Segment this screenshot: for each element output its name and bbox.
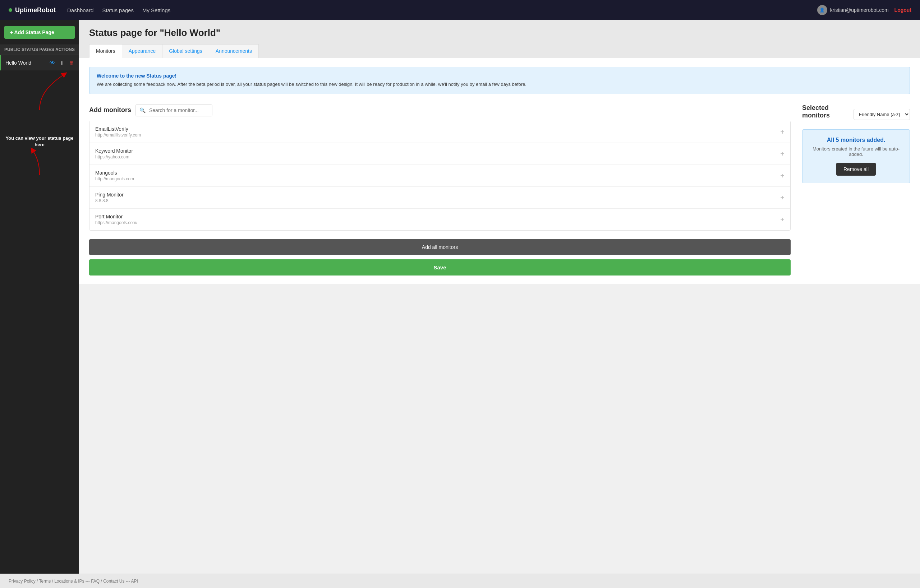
sidebar-item-hello-world: Hello World 👁 ⏸ 🗑 xyxy=(0,55,79,70)
annotation-text: You can view your status page here xyxy=(0,113,79,148)
monitor-info: Mangools http://mangools.com xyxy=(95,170,134,181)
remove-all-button[interactable]: Remove all xyxy=(836,163,876,176)
nav-status-pages[interactable]: Status pages xyxy=(102,7,134,13)
arrow-sidebar xyxy=(21,148,57,177)
add-all-monitors-button[interactable]: Add all monitors xyxy=(89,239,790,255)
search-icon: 🔍 xyxy=(136,107,149,113)
add-monitor-button-0[interactable]: + xyxy=(780,128,784,136)
add-monitor-button-1[interactable]: + xyxy=(780,150,784,157)
add-monitor-button-2[interactable]: + xyxy=(780,172,784,179)
topnav-right: 👤 kristian@uptimerobot.com Logout xyxy=(817,5,911,15)
selected-monitors-box: All 5 monitors added. Monitors created i… xyxy=(802,129,910,183)
footer-text: Privacy Policy / Terms / Locations & IPs… xyxy=(9,579,138,584)
topnav: UptimeRobot Dashboard Status pages My Se… xyxy=(0,0,920,20)
monitor-info: Ping Monitor 8.8.8.8 xyxy=(95,192,124,203)
add-status-page-button[interactable]: + Add Status Page xyxy=(4,26,75,39)
nav-dashboard[interactable]: Dashboard xyxy=(67,7,94,13)
monitor-item: Ping Monitor 8.8.8.8 + xyxy=(89,187,790,209)
user-info: 👤 kristian@uptimerobot.com xyxy=(817,5,889,15)
monitor-name: Keyword Monitor xyxy=(95,148,133,154)
delete-button[interactable]: 🗑 xyxy=(68,59,75,66)
selected-monitors-column: Selected monitors Friendly Name (a-z) Al… xyxy=(802,104,910,183)
all-added-title: All 5 monitors added. xyxy=(810,137,902,143)
add-monitor-button-4[interactable]: + xyxy=(780,216,784,223)
selected-monitors-header: Selected monitors Friendly Name (a-z) xyxy=(802,104,910,125)
tab-announcements[interactable]: Announcements xyxy=(209,44,259,58)
brand-name: UptimeRobot xyxy=(15,6,56,14)
bottom-actions: Add all monitors Save xyxy=(89,239,790,276)
user-email: kristian@uptimerobot.com xyxy=(830,7,889,13)
monitor-name: Ping Monitor xyxy=(95,192,124,197)
monitor-name: Mangools xyxy=(95,170,134,176)
monitor-list: EmailListVerify http://emaillistverify.c… xyxy=(89,121,790,231)
monitor-url: https://yahoo.com xyxy=(95,155,133,160)
tab-appearance[interactable]: Appearance xyxy=(122,44,163,58)
content-area: Welcome to the new Status page! We are c… xyxy=(79,58,920,284)
view-status-page-button[interactable]: 👁 xyxy=(49,59,56,67)
monitor-url: http://mangools.com xyxy=(95,176,134,181)
monitor-name: Port Monitor xyxy=(95,214,137,220)
tab-global-settings[interactable]: Global settings xyxy=(162,44,209,58)
page-title: Status page for "Hello World" xyxy=(89,27,910,39)
sidebar-section-label: Public Status Pages xyxy=(4,47,54,52)
selected-monitors-title: Selected monitors xyxy=(802,104,854,119)
monitors-layout: Add monitors 🔍 EmailListVerify http://em… xyxy=(89,104,910,276)
add-monitors-title: Add monitors xyxy=(89,106,131,114)
monitor-item: Keyword Monitor https://yahoo.com + xyxy=(89,143,790,165)
search-bar: 🔍 xyxy=(136,104,212,116)
monitor-item: EmailListVerify http://emaillistverify.c… xyxy=(89,121,790,143)
info-banner-title: Welcome to the new Status page! xyxy=(97,73,902,79)
info-banner: Welcome to the new Status page! We are c… xyxy=(89,67,910,94)
search-input[interactable] xyxy=(149,105,212,116)
brand-dot xyxy=(9,8,12,12)
tab-monitors[interactable]: Monitors xyxy=(89,44,122,58)
sidebar-item-name: Hello World xyxy=(5,60,31,66)
monitor-url: https://mangools.com/ xyxy=(95,220,137,225)
sidebar-actions-label: Actions xyxy=(55,47,75,52)
page-header: Status page for "Hello World" Monitors A… xyxy=(79,20,920,58)
sort-select[interactable]: Friendly Name (a-z) xyxy=(854,109,910,120)
sidebar-item-actions: 👁 ⏸ 🗑 xyxy=(49,59,75,67)
info-banner-text: We are collecting some feedback now. Aft… xyxy=(97,81,902,88)
tabs: Monitors Appearance Global settings Anno… xyxy=(89,44,910,58)
all-added-subtitle: Monitors created in the future will be a… xyxy=(810,146,902,157)
nav-my-settings[interactable]: My Settings xyxy=(142,7,170,13)
add-monitor-button-3[interactable]: + xyxy=(780,194,784,201)
monitor-info: Keyword Monitor https://yahoo.com xyxy=(95,148,133,160)
sidebar: + Add Status Page Public Status Pages Ac… xyxy=(0,20,79,573)
monitor-name: EmailListVerify xyxy=(95,126,141,132)
main-layout: + Add Status Page Public Status Pages Ac… xyxy=(0,20,920,573)
annotation-area: You can view your status page here xyxy=(0,70,79,191)
monitor-info: Port Monitor https://mangools.com/ xyxy=(95,214,137,225)
user-avatar: 👤 xyxy=(817,5,827,15)
monitor-info: EmailListVerify http://emaillistverify.c… xyxy=(95,126,141,137)
monitor-item: Mangools http://mangools.com + xyxy=(89,165,790,187)
add-monitors-column: Add monitors 🔍 EmailListVerify http://em… xyxy=(89,104,790,276)
sidebar-section-header: Public Status Pages Actions xyxy=(0,45,79,55)
brand-logo[interactable]: UptimeRobot xyxy=(9,6,56,14)
arrow-nav xyxy=(7,70,72,113)
pause-button[interactable]: ⏸ xyxy=(59,59,65,66)
logout-button[interactable]: Logout xyxy=(894,7,911,13)
monitors-header: Add monitors 🔍 xyxy=(89,104,790,116)
main-content: Status page for "Hello World" Monitors A… xyxy=(79,20,920,573)
monitor-item: Port Monitor https://mangools.com/ + xyxy=(89,209,790,230)
monitor-url: 8.8.8.8 xyxy=(95,198,124,203)
nav-links: Dashboard Status pages My Settings xyxy=(67,7,806,13)
footer: Privacy Policy / Terms / Locations & IPs… xyxy=(0,573,920,588)
monitor-url: http://emaillistverify.com xyxy=(95,132,141,137)
save-button[interactable]: Save xyxy=(89,259,790,276)
